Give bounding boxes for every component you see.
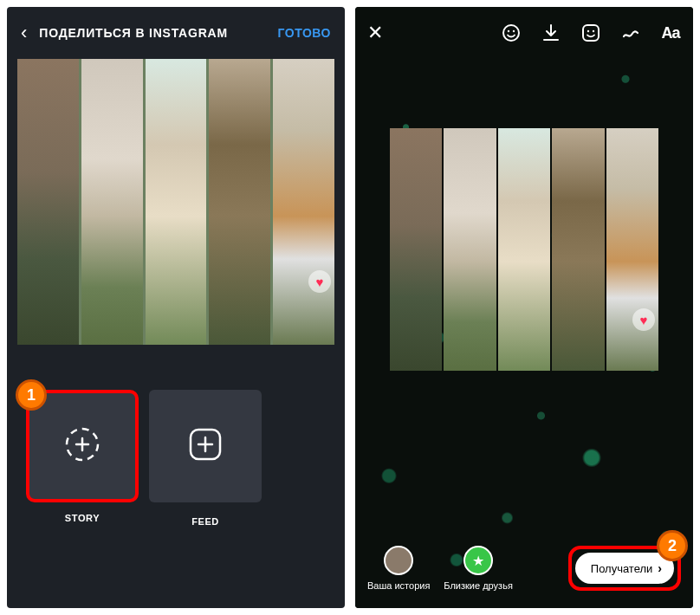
collage-strip [146,59,207,345]
story-collage[interactable]: ♥ [390,128,658,371]
collage-strip [390,128,442,371]
story-destinations: Ваша история ★ Близкие друзья 2 Получате… [355,546,693,591]
collage-strip: ♥ [273,59,334,345]
favorite-icon[interactable]: ♥ [308,270,331,293]
collage-strip [81,59,143,345]
feed-add-icon [185,424,226,465]
done-button[interactable]: ГОТОВО [278,26,331,40]
svg-rect-9 [583,25,599,41]
favorite-icon[interactable]: ♥ [632,308,655,331]
close-friends-label: Близкие друзья [444,580,512,591]
recipients-highlight: 2 Получатели › [568,546,681,591]
recipients-button[interactable]: Получатели › [575,553,674,584]
svg-point-10 [587,30,589,32]
story-tile[interactable]: 1 STORY [26,390,139,502]
share-screen: ‹ ПОДЕЛИТЬСЯ В INSTAGRAM ГОТОВО ♥ 1 STOR… [7,7,345,608]
story-label: STORY [65,513,100,523]
draw-icon[interactable] [620,23,641,43]
svg-point-8 [513,30,515,32]
close-icon[interactable]: ✕ [367,22,383,44]
annotation-badge-2: 2 [657,530,688,561]
svg-point-7 [508,30,509,32]
collage-strip [209,59,270,345]
collage-preview[interactable]: ♥ [17,59,334,345]
collage-strip [444,128,496,371]
share-options: 1 STORY FEED [7,364,345,528]
editor-tools: Aa [501,23,681,43]
share-header: ‹ ПОДЕЛИТЬСЯ В INSTAGRAM ГОТОВО [7,7,345,59]
collage-strip: ♥ [606,128,658,371]
chevron-right-icon: › [658,561,662,575]
annotation-badge-1: 1 [16,379,47,411]
collage-strip [498,128,550,371]
text-tool-icon[interactable]: Aa [660,23,681,43]
story-editor-screen: ✕ Aa ♥ Ваша история [355,7,693,608]
collage-strip [552,128,604,371]
feed-label: FEED [191,516,219,527]
editor-header: ✕ Aa [355,7,693,59]
story-add-icon [62,424,103,465]
sticker-icon[interactable] [580,23,601,43]
collage-strip [17,59,79,345]
svg-point-6 [503,25,519,41]
share-title: ПОДЕЛИТЬСЯ В INSTAGRAM [39,26,277,40]
avatar [384,546,413,575]
recipients-label: Получатели [591,562,653,575]
back-icon[interactable]: ‹ [21,22,27,44]
close-friends-option[interactable]: ★ Близкие друзья [444,546,512,591]
your-story-label: Ваша история [367,580,430,591]
feed-tile[interactable]: FEED [149,390,262,502]
close-friends-icon: ★ [463,546,493,575]
svg-point-11 [593,30,594,32]
face-filter-icon[interactable] [501,23,522,43]
your-story-option[interactable]: Ваша история [367,546,430,591]
download-icon[interactable] [541,23,561,43]
